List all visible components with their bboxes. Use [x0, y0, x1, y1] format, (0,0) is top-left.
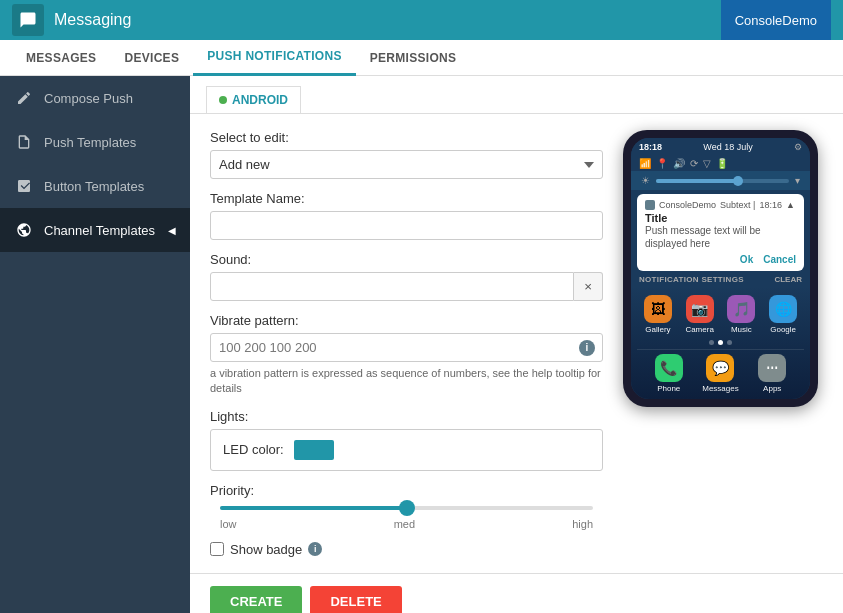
google-icon: 🌐	[769, 295, 797, 323]
sidebar-item-channel-templates[interactable]: Channel Templates ◀	[0, 208, 190, 252]
lights-label: Lights:	[210, 409, 603, 424]
sidebar-collapse-arrow: ◀	[168, 225, 176, 236]
main-layout: Compose Push Push Templates Button Templ…	[0, 76, 843, 613]
notif-header: ConsoleDemo Subtext | 18:16 ▲	[645, 200, 796, 210]
gallery-icon: 🖼	[644, 295, 672, 323]
dot3	[727, 340, 732, 345]
priority-high: high	[572, 518, 593, 530]
select-to-edit-dropdown[interactable]: Add new	[210, 150, 603, 179]
led-label: LED color:	[223, 442, 284, 457]
content-panel: ANDROID Select to edit: Add new Template…	[190, 76, 843, 613]
phone-time: 18:18	[639, 142, 662, 152]
app-google: 🌐 Google	[764, 295, 802, 334]
vibrate-label: Vibrate pattern:	[210, 313, 603, 328]
tab-push-notifications[interactable]: PUSH NOTIFICATIONS	[193, 40, 356, 76]
notif-app-name: ConsoleDemo	[659, 200, 716, 210]
header-icon	[12, 4, 44, 36]
priority-group: Priority: low med high	[210, 483, 603, 530]
form-area: Select to edit: Add new Template Name: S…	[190, 114, 843, 573]
notif-ok-button[interactable]: Ok	[740, 254, 753, 265]
template-name-label: Template Name:	[210, 191, 603, 206]
app-camera: 📷 Camera	[681, 295, 719, 334]
notification-card: ConsoleDemo Subtext | 18:16 ▲ Title Push…	[637, 194, 804, 271]
led-color-swatch[interactable]	[294, 440, 334, 460]
priority-labels: low med high	[220, 518, 593, 530]
priority-thumb[interactable]	[399, 500, 415, 516]
battery-icon: 🔋	[716, 158, 728, 169]
compose-icon	[14, 88, 34, 108]
create-button[interactable]: CREATE	[210, 586, 302, 613]
tab-devices[interactable]: DEVICES	[110, 40, 193, 76]
tab-permissions[interactable]: PERMISSIONS	[356, 40, 471, 76]
android-tab-label: ANDROID	[232, 93, 288, 107]
dock-apps: ⋯ Apps	[758, 354, 786, 393]
brightness-thumb	[733, 176, 743, 186]
messages-label: Messages	[702, 384, 738, 393]
vibrate-group: Vibrate pattern: i a vibration pattern i…	[210, 313, 603, 397]
priority-slider-container: low med high	[210, 506, 603, 530]
camera-icon: 📷	[686, 295, 714, 323]
sound-row: ×	[210, 272, 603, 301]
template-name-group: Template Name:	[210, 191, 603, 240]
sound-clear-button[interactable]: ×	[574, 272, 603, 301]
android-dot	[219, 96, 227, 104]
sidebar-item-label: Button Templates	[44, 179, 144, 194]
priority-fill	[220, 506, 407, 510]
music-icon: 🎵	[727, 295, 755, 323]
phone-icons-row: 📶 📍 🔊 ⟳ ▽ 🔋	[631, 156, 810, 171]
vibrate-info-icon[interactable]: i	[579, 340, 595, 356]
show-badge-label: Show badge	[230, 542, 302, 557]
sidebar-item-label: Push Templates	[44, 135, 136, 150]
sidebar-item-compose-push[interactable]: Compose Push	[0, 76, 190, 120]
notif-time: 18:16	[759, 200, 782, 210]
vibrate-input[interactable]	[210, 333, 603, 362]
brightness-fill	[656, 179, 736, 183]
channel-icon	[14, 220, 34, 240]
notif-settings-text: NOTIFICATION SETTINGS	[639, 275, 744, 284]
delete-button[interactable]: DELETE	[310, 586, 401, 613]
app-icons-grid: 🖼 Gallery 📷 Camera 🎵	[637, 293, 804, 336]
form-footer: CREATE DELETE	[190, 573, 843, 613]
sound-label: Sound:	[210, 252, 603, 267]
phone-icon: 📞	[655, 354, 683, 382]
sidebar-item-button-templates[interactable]: Button Templates	[0, 164, 190, 208]
gallery-label: Gallery	[645, 325, 670, 334]
vibrate-hint: a vibration pattern is expressed as sequ…	[210, 366, 603, 397]
volume-icon: 🔊	[673, 158, 685, 169]
tab-android[interactable]: ANDROID	[206, 86, 301, 113]
user-badge[interactable]: ConsoleDemo	[721, 0, 831, 40]
priority-track	[220, 506, 593, 510]
phone-inner: 18:18 Wed 18 July ⚙ 📶 📍 🔊 ⟳ ▽	[631, 138, 810, 399]
location-icon: 📍	[656, 158, 668, 169]
vibrate-row: i	[210, 333, 603, 362]
tab-messages[interactable]: MESSAGES	[12, 40, 110, 76]
dot2	[718, 340, 723, 345]
phone-gear-icon: ⚙	[794, 142, 802, 152]
priority-label: Priority:	[210, 483, 603, 498]
form-left: Select to edit: Add new Template Name: S…	[210, 130, 603, 557]
sidebar: Compose Push Push Templates Button Templ…	[0, 76, 190, 613]
notif-app-icon	[645, 200, 655, 210]
priority-low: low	[220, 518, 237, 530]
messages-icon: 💬	[706, 354, 734, 382]
app-header: Messaging ConsoleDemo	[0, 0, 843, 40]
music-label: Music	[731, 325, 752, 334]
show-badge-checkbox[interactable]	[210, 542, 224, 556]
sidebar-item-push-templates[interactable]: Push Templates	[0, 120, 190, 164]
notif-cancel-button[interactable]: Cancel	[763, 254, 796, 265]
template-name-input[interactable]	[210, 211, 603, 240]
apps-label: Apps	[763, 384, 781, 393]
brightness-icon: ☀	[641, 175, 650, 186]
sidebar-item-label: Compose Push	[44, 91, 133, 106]
google-label: Google	[770, 325, 796, 334]
notif-separator: Subtext |	[720, 200, 755, 210]
sound-input[interactable]	[210, 272, 574, 301]
phone-brightness-row: ☀ ▾	[631, 171, 810, 190]
show-badge-info-icon[interactable]: i	[308, 542, 322, 556]
dot1	[709, 340, 714, 345]
notif-clear-text: CLEAR	[774, 275, 802, 284]
phone-dock: 📞 Phone 💬 Messages ⋯ A	[637, 349, 804, 397]
select-to-edit-label: Select to edit:	[210, 130, 603, 145]
led-row: LED color:	[223, 440, 590, 460]
phone-label: Phone	[657, 384, 680, 393]
